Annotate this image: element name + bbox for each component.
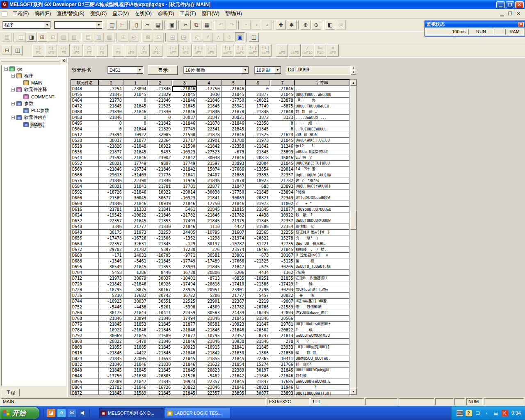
value-cell[interactable]: 17749 [172,126,197,132]
value-cell[interactable]: -32085 [148,132,172,138]
value-cell[interactable]: 21841 [196,195,221,201]
value-cell[interactable]: 22525 [172,299,197,304]
value-cell[interactable]: -20822 [99,339,123,345]
value-cell[interactable]: -21878 [221,109,246,115]
value-cell[interactable]: 21845 [196,218,221,224]
monitor-close-button[interactable]: ✕ [518,22,524,27]
value-cell[interactable]: 21877 [99,149,123,155]
value-cell[interactable]: -8875 [123,287,148,293]
value-cell[interactable]: 21829 [148,92,172,98]
value-cell[interactable]: 22365 [246,230,270,235]
value-cell[interactable]: 21847 [246,322,270,327]
value-cell[interactable]: -21846 [123,109,148,115]
value-cell[interactable]: 21845 [196,103,221,109]
string-cell[interactable]: uuUUUTuU愍UW墢5U [294,333,349,339]
selected-value-cell[interactable]: -21846 [172,86,197,92]
value-cell[interactable]: 21855 [270,276,295,281]
value-cell[interactable]: -1362 [270,270,295,276]
value-cell[interactable]: -21846 [99,178,123,184]
value-cell[interactable]: 32255 [270,230,295,235]
program-type-combo[interactable]: 程序 ▼ [2,21,51,29]
value-cell[interactable]: -17494 [172,316,197,322]
value-cell[interactable]: -21782 [99,385,123,390]
value-cell[interactable]: -5462 [196,373,221,379]
value-cell[interactable]: -20502 [246,327,270,333]
value-cell[interactable]: 25941 [221,103,246,109]
value-cell[interactable]: 3323 [270,115,295,121]
value-cell[interactable]: -21624 [270,132,295,138]
tree-item-plc参数[interactable]: ▤PLC参数 [2,107,66,114]
value-cell[interactable]: -27523 [196,149,221,155]
string-cell[interactable]: UUUUEUUU..WWuUUU [294,92,349,98]
value-cell[interactable]: -20822 [172,385,197,390]
value-cell[interactable]: 23901 [196,299,221,304]
value-cell[interactable]: -5206 [196,293,221,299]
value-cell[interactable]: 3872 [246,115,270,121]
value-cell[interactable]: -16726 [99,189,123,195]
value-cell[interactable]: 24031 [123,253,148,258]
value-cell[interactable]: 21333 [123,207,148,212]
value-cell[interactable]: -21830 [148,224,172,230]
value-cell[interactable]: 21780 [221,138,246,144]
value-cell[interactable]: 21845 [123,218,148,224]
value-cell[interactable]: -10923 [221,322,246,327]
value-cell[interactable]: -9897 [148,161,172,167]
value-cell[interactable]: -278 [270,339,295,345]
value-cell[interactable]: 21845 [123,92,148,98]
menu-item[interactable]: 在线(O) [132,9,154,18]
combo-arrow-icon[interactable]: ▼ [274,67,281,73]
value-cell[interactable]: -683 [246,184,270,189]
device-memory-monitor-icon[interactable]: ▣ [235,32,245,42]
value-cell[interactable]: -21782 [172,212,197,218]
value-cell[interactable]: 0 [270,121,295,126]
value-cell[interactable]: -21848 [123,144,148,149]
value-cell[interactable]: 22364 [148,138,172,144]
value-cell[interactable]: 8446 [148,270,172,276]
value-cell[interactable]: 21845 [196,207,221,212]
string-cell[interactable]: 惊i? ? [294,144,349,149]
value-cell[interactable]: -21846 [270,373,295,379]
device-name-cell[interactable]: D600 [71,195,99,201]
value-cell[interactable]: -17478 [99,235,123,241]
device-batch-icon[interactable]: ⊟ [2,46,12,55]
device-name-cell[interactable]: D512 [71,132,99,138]
value-cell[interactable]: -21598 [172,132,197,138]
value-cell[interactable]: -21846 [148,350,172,356]
value-cell[interactable]: -21777 [123,224,148,230]
value-cell[interactable]: 20821 [221,115,246,121]
value-cell[interactable]: -10795 [196,230,221,235]
string-cell[interactable]: uUUUu.U濊掇謍UU] [294,149,349,155]
tree-expander-icon[interactable]: − [11,102,15,105]
value-cell[interactable]: -23894 [123,86,148,92]
value-cell[interactable]: 30679 [123,276,148,281]
value-cell[interactable]: -17410 [221,281,246,287]
value-cell[interactable]: -5470 [123,339,148,345]
value-cell[interactable]: 31607 [221,230,246,235]
value-cell[interactable]: -2219 [246,299,270,304]
combo-arrow-icon[interactable]: ▼ [242,67,249,73]
device-name-cell[interactable]: D816 [71,350,99,356]
monitor-status-titlebar[interactable]: 监视状态 ✕ [425,21,525,27]
value-cell[interactable]: -8875 [270,103,295,109]
value-cell[interactable]: 23901 [196,138,221,144]
value-cell[interactable]: 21717 [172,138,197,144]
device-name-cell[interactable]: D680 [71,253,99,258]
value-cell[interactable]: -21846 [99,350,123,356]
value-cell[interactable]: 10922 [123,132,148,138]
value-cell[interactable]: 21877 [123,138,148,144]
value-cell[interactable]: 11946 [172,178,197,184]
string-cell[interactable]: .. [294,86,349,92]
device-name-cell[interactable]: D672 [71,247,99,253]
value-cell[interactable]: -21846 [196,178,221,184]
value-cell[interactable]: 22389 [221,368,246,373]
value-cell[interactable]: 21845 [123,103,148,109]
keyboard-layout-icon[interactable]: ⌨ [457,410,463,416]
value-cell[interactable]: 21841 [172,172,197,178]
tree-expander-icon[interactable]: − [11,88,15,91]
value-cell[interactable]: -21589 [270,304,295,310]
value-cell[interactable]: -21782 [221,304,246,310]
child-window-icon[interactable] [2,11,7,16]
value-cell[interactable]: 22357 [270,218,295,224]
device-name-cell[interactable]: D808 [71,345,99,350]
value-cell[interactable]: -20742 [148,293,172,299]
